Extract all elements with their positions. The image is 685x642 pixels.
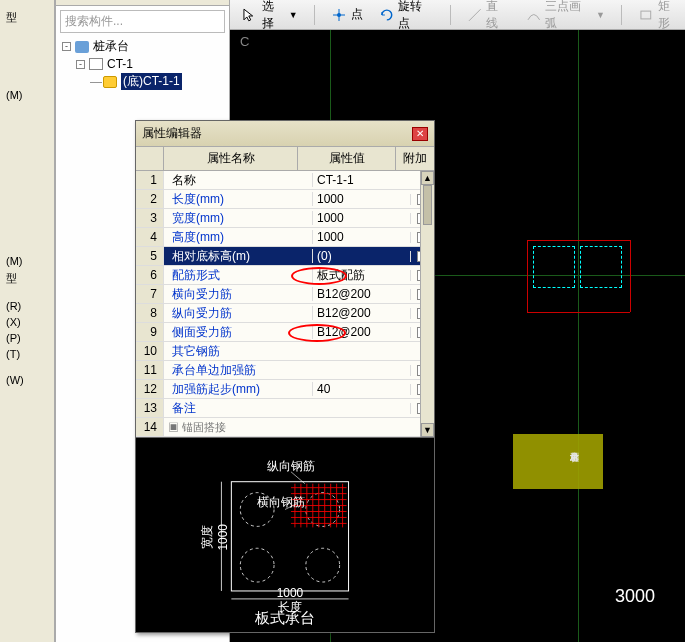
row-number: 14 <box>136 418 164 436</box>
expand-icon[interactable]: - <box>76 60 85 69</box>
property-name: 宽度(mm) <box>164 210 312 227</box>
property-row[interactable]: 5相对底标高(m)(0) <box>136 247 434 266</box>
gutter-item: 型 <box>0 269 54 288</box>
property-name: 备注 <box>164 400 312 417</box>
property-value[interactable]: 1000 <box>312 230 410 244</box>
property-name: 高度(mm) <box>164 229 312 246</box>
property-row[interactable]: 3宽度(mm)1000 <box>136 209 434 228</box>
diag-width-label: 宽度 <box>200 525 214 549</box>
select-tool[interactable]: 选择 ▼ <box>238 0 302 34</box>
gutter-item: 型 <box>0 8 54 27</box>
header-value: 属性值 <box>298 147 396 170</box>
close-button[interactable]: ✕ <box>412 127 428 141</box>
property-row[interactable]: 2长度(mm)1000 <box>136 190 434 209</box>
scroll-up-button[interactable]: ▲ <box>421 171 434 185</box>
diag-horz-label: 横向钢筋 <box>257 495 305 509</box>
header-add: 附加 <box>396 147 434 170</box>
row-number: 8 <box>136 304 164 322</box>
item-icon <box>89 58 103 70</box>
rotate-point-tool[interactable]: 旋转点 <box>375 0 438 34</box>
cursor-icon <box>242 7 258 23</box>
property-value[interactable]: B12@200 <box>312 287 410 301</box>
diagram-caption: 板式承台 <box>136 609 434 628</box>
property-row[interactable]: 7横向受力筋B12@200 <box>136 285 434 304</box>
gutter-item: (W) <box>0 372 54 388</box>
diagram-preview: 纵向钢筋 横向钢筋 宽度 1000 1000 长度 板式承台 <box>136 437 434 632</box>
row-number: 3 <box>136 209 164 227</box>
tree-item-selected[interactable]: (底)CT-1-1 <box>121 73 182 90</box>
tree-item-label[interactable]: CT-1 <box>107 57 133 71</box>
property-name: 加强筋起步(mm) <box>164 381 312 398</box>
dimension-label: 3000 <box>615 586 655 607</box>
line-icon <box>467 7 483 23</box>
property-name: 长度(mm) <box>164 191 312 208</box>
gutter-item: (R) <box>0 298 54 314</box>
base-icon <box>103 76 117 88</box>
property-value[interactable]: B12@200 <box>312 325 410 339</box>
property-row[interactable]: 8纵向受力筋B12@200 <box>136 304 434 323</box>
property-row[interactable]: 4高度(mm)1000 <box>136 228 434 247</box>
property-value[interactable]: 40 <box>312 382 410 396</box>
rotate-icon <box>379 7 395 23</box>
property-row[interactable]: 14▣ 锚固搭接 <box>136 418 434 437</box>
gutter-item: (M) <box>0 253 54 269</box>
property-value[interactable]: 1000 <box>312 211 410 225</box>
property-value[interactable]: CT-1-1 <box>312 173 410 187</box>
gutter-item: (M) <box>0 87 54 103</box>
property-name: 侧面受力筋 <box>164 324 312 341</box>
property-name: 相对底标高(m) <box>164 248 312 265</box>
diag-len-dim: 1000 <box>277 586 304 600</box>
scrollbar[interactable]: ▲ ▼ <box>420 171 434 437</box>
property-row[interactable]: 13备注 <box>136 399 434 418</box>
property-row[interactable]: 6配筋形式板式配筋 <box>136 266 434 285</box>
scroll-down-button[interactable]: ▼ <box>421 423 434 437</box>
arc-icon <box>526 7 542 23</box>
component-tree[interactable]: - 桩承台 - CT-1 — (底)CT-1-1 <box>56 37 229 91</box>
diag-vert-label: 纵向钢筋 <box>267 459 315 473</box>
gutter-item: (T) <box>0 346 54 362</box>
search-input[interactable]: 搜索构件... <box>60 10 225 33</box>
row-number: 10 <box>136 342 164 360</box>
row-number: 12 <box>136 380 164 398</box>
point-icon <box>331 7 347 23</box>
gutter-item: (X) <box>0 314 54 330</box>
window-titlebar[interactable]: 属性编辑器 ✕ <box>136 121 434 147</box>
svg-rect-4 <box>641 11 651 19</box>
rect-tool: 矩形 <box>634 0 685 34</box>
property-row[interactable]: 10其它钢筋 <box>136 342 434 361</box>
property-name: 承台单边加强筋 <box>164 362 312 379</box>
property-row[interactable]: 1名称CT-1-1 <box>136 171 434 190</box>
property-row[interactable]: 9侧面受力筋B12@200 <box>136 323 434 342</box>
row-number: 1 <box>136 171 164 189</box>
selection-block <box>513 434 568 489</box>
point-tool[interactable]: 点 <box>327 4 367 25</box>
row-number: 7 <box>136 285 164 303</box>
gutter-item: (P) <box>0 330 54 346</box>
row-number: 9 <box>136 323 164 341</box>
row-number: 5 <box>136 247 164 265</box>
property-name: 纵向受力筋 <box>164 305 312 322</box>
property-value[interactable]: B12@200 <box>312 306 410 320</box>
property-value[interactable]: 板式配筋 <box>312 267 410 284</box>
property-name: 配筋形式 <box>164 267 312 284</box>
row-number: 4 <box>136 228 164 246</box>
property-row[interactable]: 12加强筋起步(mm)40 <box>136 380 434 399</box>
svg-point-10 <box>240 548 274 582</box>
line-tool: 直线 <box>463 0 514 34</box>
scroll-thumb[interactable] <box>423 185 432 225</box>
property-name: ▣ 锚固搭接 <box>164 420 312 435</box>
tree-root-label[interactable]: 桩承台 <box>93 38 129 55</box>
arc-tool: 三点画弧 ▼ <box>522 0 609 34</box>
property-value[interactable]: (0) <box>312 249 410 263</box>
pile-icon <box>75 41 89 53</box>
property-header: 属性名称 属性值 附加 <box>136 147 434 171</box>
property-name: 其它钢筋 <box>164 343 312 360</box>
property-row[interactable]: 11承台单边加强筋 <box>136 361 434 380</box>
expand-icon[interactable]: - <box>62 42 71 51</box>
draw-toolbar: 选择 ▼ 点 旋转点 直线 三点画弧 ▼ 矩形 <box>230 0 685 30</box>
header-name: 属性名称 <box>164 147 298 170</box>
selection-block: 桩承台测量 <box>568 434 603 489</box>
property-grid[interactable]: 1名称CT-1-12长度(mm)10003宽度(mm)10004高度(mm)10… <box>136 171 434 437</box>
property-value[interactable]: 1000 <box>312 192 410 206</box>
row-number: 13 <box>136 399 164 417</box>
